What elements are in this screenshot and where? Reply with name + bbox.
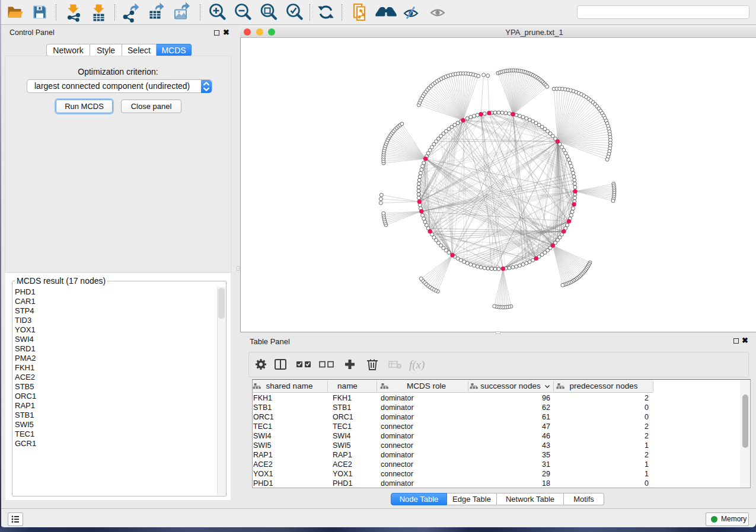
svg-text:f(x): f(x): [409, 358, 425, 371]
